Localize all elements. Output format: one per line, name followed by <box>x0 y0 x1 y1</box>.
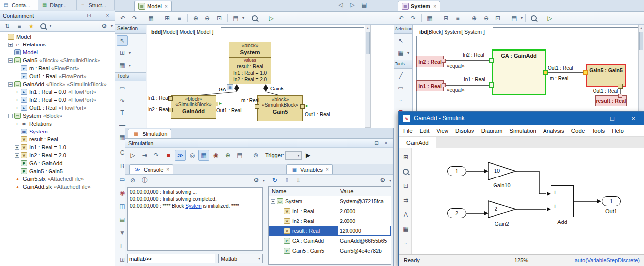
zoom-in-icon[interactable]: ⊕ <box>190 13 201 24</box>
menu-view[interactable]: View <box>433 128 452 133</box>
diagram-list-icon[interactable]: ▤ <box>359 0 370 10</box>
ga-part-block[interactable]: GA : GainAdd <box>492 49 546 95</box>
system-diagram-tab[interactable]: ▦ System × <box>398 1 440 11</box>
tree-item[interactable]: +VIn2 : Real = 2.0 <box>0 151 115 159</box>
connector-end-label[interactable]: Out1 : Real <box>592 89 619 94</box>
variables-tab[interactable]: ▦ Variables × <box>286 164 333 174</box>
tree-item[interactable]: −Model <box>0 33 115 41</box>
part-tool-icon[interactable]: ▭ <box>396 83 406 93</box>
screenshot-icon[interactable]: ▦ <box>400 223 411 234</box>
out1-label[interactable]: Out1 <box>602 208 621 214</box>
port-square[interactable] <box>489 82 494 88</box>
tree-item[interactable]: +⇄Relations <box>0 41 115 48</box>
settings-icon[interactable]: ⚙ <box>99 21 110 32</box>
cursor-icon[interactable]: ↖ <box>117 35 128 46</box>
tree-item[interactable]: −▭GainAdd«Block» «SimulinkBlock» <box>0 80 115 88</box>
console-engine-select[interactable]: Matlab ▾ <box>218 254 263 263</box>
breakpoints-icon[interactable]: ◉ <box>210 150 221 161</box>
zoom-out-icon[interactable]: ⊖ <box>202 13 213 24</box>
port-tool-icon[interactable]: ▫ <box>396 95 406 106</box>
port-label[interactable]: m : Real <box>241 98 259 103</box>
close-panel-icon[interactable]: × <box>382 139 390 147</box>
menu-tools[interactable]: Tools <box>588 128 608 133</box>
console-settings-icon-dropdown[interactable]: ▾ <box>263 178 265 183</box>
simulink-canvas[interactable]: 1 10 Gain10 2 2 Gain2 + + Add 1 Out1 <box>412 148 644 254</box>
annotation-icon[interactable]: A <box>400 209 411 220</box>
hide-browser-icon[interactable]: ⊞ <box>400 152 411 163</box>
inport-2-block[interactable]: 2 <box>447 208 466 218</box>
connector-end-label[interactable]: In1 : Real <box>464 77 485 82</box>
collapse-all-icon[interactable]: ⇅ <box>2 21 13 32</box>
zoom-in-icon[interactable]: ⊕ <box>469 13 480 24</box>
fit-view-icon[interactable]: ⊡ <box>400 180 411 191</box>
tab-structure[interactable]: ≡Struct... <box>77 0 115 10</box>
simulink-titlebar[interactable]: ∿ GainAdd - Simulink —□× <box>399 112 644 125</box>
redo-icon[interactable]: ↷ <box>408 13 419 24</box>
float-panel-icon[interactable]: ⊡ <box>85 11 93 20</box>
previous-diagram-icon[interactable]: ◁ <box>335 0 346 10</box>
variables-row[interactable]: PGain5 : Gain5Gain5@4e4c782b <box>269 246 391 256</box>
tree-expander[interactable]: + <box>15 98 19 102</box>
tree-item[interactable]: ▦Model <box>0 48 115 56</box>
tree-item[interactable]: −▭System«Block» <box>0 112 115 120</box>
inport-1-block[interactable]: 1 <box>447 166 466 176</box>
column-header-value[interactable]: Value <box>337 188 353 194</box>
layout-icon[interactable]: ⊞ <box>441 13 451 24</box>
tree-item[interactable]: PGain5 : Gain5 <box>0 167 115 175</box>
grid-icon-dropdown[interactable]: ▾ <box>242 16 244 20</box>
tree-expander[interactable]: + <box>15 145 19 150</box>
more-tools-icon[interactable]: ▫ <box>400 238 411 249</box>
menu-code[interactable]: Code <box>568 128 589 133</box>
tree-item[interactable]: +⇄Relations <box>0 120 115 128</box>
search-icon[interactable] <box>249 13 260 24</box>
variables-settings-icon[interactable]: ⚙ <box>377 175 388 186</box>
port-label[interactable]: In2 : Real <box>148 107 169 112</box>
undo-icon[interactable]: ↶ <box>396 13 407 24</box>
text-box-icon[interactable]: T <box>117 107 128 118</box>
console-output[interactable]: 00:00:00,000 : Initial solving ...00:00:… <box>127 187 263 251</box>
variables-row[interactable]: PGA : GainAddGainAdd@66f55b65 <box>269 236 391 246</box>
run-icon[interactable]: ▷ <box>545 13 555 24</box>
scroll-thumb[interactable] <box>639 32 643 50</box>
gain10-label[interactable]: Gain10 <box>487 182 517 188</box>
align-icon[interactable]: ≡ <box>452 13 463 24</box>
tree-item[interactable]: +▸In2 : Real = 0.0«FlowPort» <box>0 96 115 104</box>
port-square[interactable] <box>442 59 446 63</box>
variables-settings-icon-dropdown[interactable]: ▾ <box>389 178 391 183</box>
play-trigger-icon[interactable]: ▶ <box>303 150 314 161</box>
tree-item[interactable]: ▸m : Real«FlowPort» <box>0 64 115 72</box>
tab-containment[interactable]: ▤Conta... <box>0 0 38 10</box>
variables-row[interactable]: VIn1 : Real2.0000 <box>269 206 391 216</box>
animation-icon[interactable]: ▦ <box>198 150 209 161</box>
connector-end-label[interactable]: m : Real <box>550 76 568 81</box>
variable-value[interactable]: GainAdd@66f55b65 <box>337 236 391 246</box>
simulink-model-tab[interactable]: GainAdd <box>399 137 436 148</box>
port-square[interactable] <box>618 84 623 89</box>
align-icon[interactable]: ≡ <box>174 13 185 24</box>
add-diagram-icon[interactable]: ▦ <box>424 13 435 24</box>
run-icon[interactable]: ▷ <box>266 13 277 24</box>
options-icon[interactable]: ◎ <box>187 150 198 161</box>
model-diagram-tab[interactable]: ▦ Model × <box>134 1 172 11</box>
tab-diagrams[interactable]: ▦Diagr... <box>38 0 76 10</box>
settings-icon-dropdown[interactable]: ▾ <box>111 24 113 28</box>
add-block[interactable]: + + <box>551 185 574 217</box>
minimize-window-icon[interactable]: — <box>581 111 602 125</box>
variable-value[interactable]: 2.0000 <box>337 206 391 216</box>
trigger-icon[interactable]: ⊚ <box>250 150 261 161</box>
variables-row[interactable]: VIn2 : Real2.0000 <box>269 216 391 226</box>
tree-expander[interactable]: + <box>8 43 13 47</box>
add-diagram-icon[interactable]: ▦ <box>146 13 156 24</box>
tree-expander[interactable]: + <box>15 153 19 158</box>
zoom-tool-icon-dropdown[interactable]: ▾ <box>407 51 409 55</box>
ibd-scrollbar[interactable]: ▲ <box>638 25 644 111</box>
next-diagram-icon[interactable]: ▷ <box>347 0 358 10</box>
tree-item[interactable]: ▲GainAdd.slx«AttachedFile» <box>0 183 115 191</box>
variable-value[interactable]: 2.0000 <box>337 216 391 226</box>
maximize-window-icon[interactable]: □ <box>602 111 623 125</box>
search-icon[interactable] <box>38 21 49 32</box>
connector-stereotype[interactable]: «equal» <box>447 88 465 93</box>
tree-expander[interactable]: − <box>2 35 6 39</box>
connector-end-label[interactable]: In2 : Real <box>463 52 484 58</box>
variables-row[interactable]: −▭SystemSystem@37215fca <box>269 196 391 206</box>
